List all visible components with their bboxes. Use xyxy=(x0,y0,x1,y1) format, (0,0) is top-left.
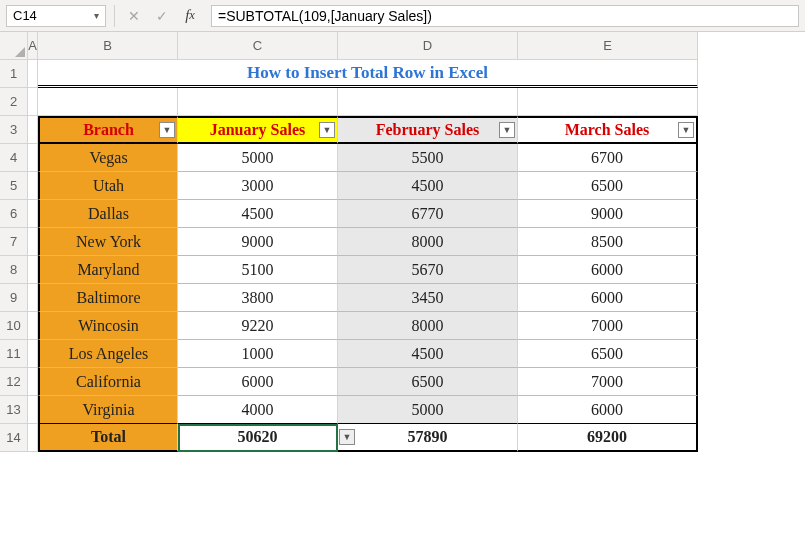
cell-A2[interactable] xyxy=(28,88,38,116)
row-header-12[interactable]: 12 xyxy=(0,368,28,396)
table-cell[interactable]: 9000 xyxy=(518,200,698,228)
table-cell[interactable]: 7000 xyxy=(518,312,698,340)
formula-input[interactable]: =SUBTOTAL(109,[January Sales]) xyxy=(211,5,799,27)
table-cell[interactable]: 6770 xyxy=(338,200,518,228)
name-box-dropdown-icon[interactable]: ▾ xyxy=(94,10,99,21)
cell-A1[interactable] xyxy=(28,60,38,88)
cell-C2[interactable] xyxy=(178,88,338,116)
table-cell[interactable]: Maryland xyxy=(38,256,178,284)
table-header-feb[interactable]: February Sales ▼ xyxy=(338,116,518,144)
table-cell[interactable]: 6000 xyxy=(518,256,698,284)
table-cell[interactable]: 8000 xyxy=(338,312,518,340)
cell-A12[interactable] xyxy=(28,368,38,396)
row-header-13[interactable]: 13 xyxy=(0,396,28,424)
table-cell[interactable]: 6500 xyxy=(338,368,518,396)
filter-dropdown-icon[interactable]: ▼ xyxy=(159,122,175,138)
total-mar-cell[interactable]: 69200 xyxy=(518,424,698,452)
cell-A5[interactable] xyxy=(28,172,38,200)
row-header-2[interactable]: 2 xyxy=(0,88,28,116)
table-cell[interactable]: Los Angeles xyxy=(38,340,178,368)
table-cell[interactable]: California xyxy=(38,368,178,396)
cancel-formula-button[interactable]: ✕ xyxy=(123,5,145,27)
table-cell[interactable]: 6500 xyxy=(518,172,698,200)
cell-A13[interactable] xyxy=(28,396,38,424)
cell-E2[interactable] xyxy=(518,88,698,116)
filter-dropdown-icon[interactable]: ▼ xyxy=(319,122,335,138)
col-header-B[interactable]: B xyxy=(38,32,178,60)
cell-D2[interactable] xyxy=(338,88,518,116)
table-cell[interactable]: 6000 xyxy=(178,368,338,396)
table-cell[interactable]: 3800 xyxy=(178,284,338,312)
table-cell[interactable]: Utah xyxy=(38,172,178,200)
table-cell[interactable]: Baltimore xyxy=(38,284,178,312)
table-cell[interactable]: 3000 xyxy=(178,172,338,200)
table-cell[interactable]: 1000 xyxy=(178,340,338,368)
row-header-14[interactable]: 14 xyxy=(0,424,28,452)
table-cell[interactable]: 8000 xyxy=(338,228,518,256)
table-cell[interactable]: 4500 xyxy=(338,172,518,200)
row-header-3[interactable]: 3 xyxy=(0,116,28,144)
table-cell[interactable]: 6700 xyxy=(518,144,698,172)
table-header-branch[interactable]: Branch ▼ xyxy=(38,116,178,144)
table-cell[interactable]: 6000 xyxy=(518,284,698,312)
header-label: February Sales xyxy=(376,121,480,139)
enter-formula-button[interactable]: ✓ xyxy=(151,5,173,27)
table-cell[interactable]: Virginia xyxy=(38,396,178,424)
table-cell[interactable]: Dallas xyxy=(38,200,178,228)
row-header-7[interactable]: 7 xyxy=(0,228,28,256)
row-header-5[interactable]: 5 xyxy=(0,172,28,200)
table-cell[interactable]: Vegas xyxy=(38,144,178,172)
insert-function-button[interactable]: fx xyxy=(179,5,201,27)
table-cell[interactable]: Wincosin xyxy=(38,312,178,340)
table-cell[interactable]: 5500 xyxy=(338,144,518,172)
total-label-cell[interactable]: Total xyxy=(38,424,178,452)
table-cell[interactable]: 8500 xyxy=(518,228,698,256)
total-dropdown-icon[interactable]: ▼ xyxy=(339,429,355,445)
row-header-9[interactable]: 9 xyxy=(0,284,28,312)
table-cell[interactable]: 5100 xyxy=(178,256,338,284)
col-header-C[interactable]: C xyxy=(178,32,338,60)
select-all-corner[interactable] xyxy=(0,32,28,60)
filter-dropdown-icon[interactable]: ▼ xyxy=(499,122,515,138)
cell-A7[interactable] xyxy=(28,228,38,256)
cell-A14[interactable] xyxy=(28,424,38,452)
table-cell[interactable]: 4500 xyxy=(178,200,338,228)
table-cell[interactable]: 7000 xyxy=(518,368,698,396)
col-header-A[interactable]: A xyxy=(28,32,38,60)
filter-dropdown-icon[interactable]: ▼ xyxy=(678,122,694,138)
row-header-8[interactable]: 8 xyxy=(0,256,28,284)
total-feb-cell[interactable]: 57890 xyxy=(338,424,518,452)
total-jan-cell[interactable]: 50620 ▼ xyxy=(178,424,338,452)
table-cell[interactable]: 3450 xyxy=(338,284,518,312)
cell-A6[interactable] xyxy=(28,200,38,228)
col-header-E[interactable]: E xyxy=(518,32,698,60)
table-cell[interactable]: 4000 xyxy=(178,396,338,424)
cell-A9[interactable] xyxy=(28,284,38,312)
table-header-jan[interactable]: January Sales ▼ xyxy=(178,116,338,144)
table-cell[interactable]: 6000 xyxy=(518,396,698,424)
row-header-6[interactable]: 6 xyxy=(0,200,28,228)
name-box[interactable]: C14 ▾ xyxy=(6,5,106,27)
cell-B2[interactable] xyxy=(38,88,178,116)
table-cell[interactable]: 4500 xyxy=(338,340,518,368)
row-header-1[interactable]: 1 xyxy=(0,60,28,88)
table-cell[interactable]: 5000 xyxy=(178,144,338,172)
table-header-mar[interactable]: March Sales ▼ xyxy=(518,116,698,144)
row-header-11[interactable]: 11 xyxy=(0,340,28,368)
cell-A10[interactable] xyxy=(28,312,38,340)
row-header-10[interactable]: 10 xyxy=(0,312,28,340)
table-cell[interactable]: 9220 xyxy=(178,312,338,340)
table-cell[interactable]: 9000 xyxy=(178,228,338,256)
table-cell[interactable]: 5670 xyxy=(338,256,518,284)
table-cell[interactable]: New York xyxy=(38,228,178,256)
cell-A11[interactable] xyxy=(28,340,38,368)
cell-A3[interactable] xyxy=(28,116,38,144)
table-cell[interactable]: 6500 xyxy=(518,340,698,368)
title-cell[interactable]: How to Insert Total Row in Excel xyxy=(38,60,698,88)
cell-A4[interactable] xyxy=(28,144,38,172)
row-header-4[interactable]: 4 xyxy=(0,144,28,172)
cell-value: 50620 xyxy=(238,428,278,446)
col-header-D[interactable]: D xyxy=(338,32,518,60)
table-cell[interactable]: 5000 xyxy=(338,396,518,424)
cell-A8[interactable] xyxy=(28,256,38,284)
